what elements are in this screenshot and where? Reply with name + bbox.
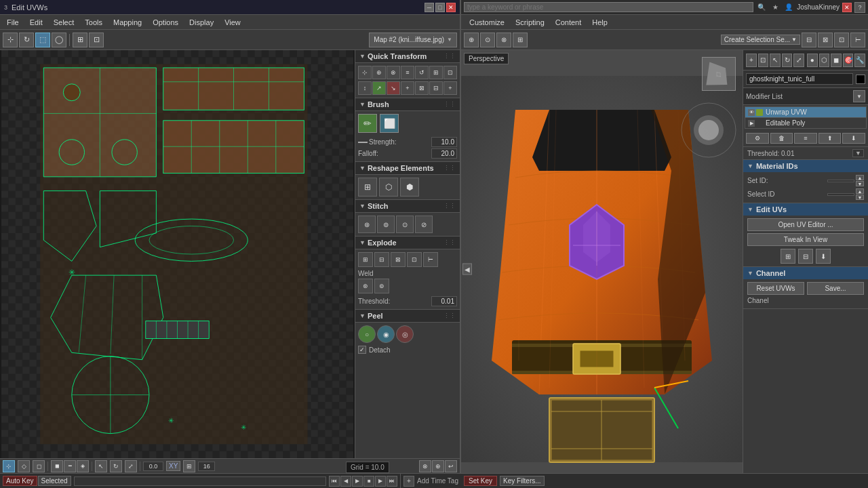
global-tool-3[interactable]: ⊗ [496,33,511,47]
close-x-icon[interactable]: ✕ [842,3,852,12]
modifier-unwrap-uvw[interactable]: 👁 Unwrap UVW [745,107,866,118]
menu-options[interactable]: Options [147,17,184,28]
uv-mode-btn-3[interactable]: ◻ [33,460,45,472]
peel-btn-1[interactable]: ○ [358,325,376,343]
qt-btn-12[interactable]: ⊠ [415,81,429,95]
stitch-btn-4[interactable]: ⊘ [415,216,433,233]
uv-extra-2[interactable]: ⊕ [432,460,444,472]
brush-header[interactable]: ▼ Brush ⋮⋮ [355,98,460,111]
qt-btn-8[interactable]: ↕ [358,81,372,95]
search-icon[interactable]: 🔍 [756,2,767,13]
weld-btn-1[interactable]: ⊛ [358,279,373,293]
explode-btn-4[interactable]: ⊡ [407,252,422,267]
channel-header[interactable]: ▼ Channel [743,267,868,279]
expand-left-btn[interactable]: ◀ [462,264,472,275]
star-icon[interactable]: ★ [770,2,781,13]
modifier-move-down-btn[interactable]: ⬇ [842,133,865,144]
next-key-btn[interactable]: ▶ [375,476,386,487]
rotate-tool-btn[interactable]: ↻ [110,460,122,472]
explode-btn-2[interactable]: ⊟ [374,252,389,267]
menu-view[interactable]: View [219,17,246,28]
qt-btn-2[interactable]: ⊕ [372,66,386,79]
modifier-config-btn[interactable]: ≡ [794,133,817,144]
modifier-eye-icon[interactable]: 👁 [748,109,755,116]
uv-sel-2[interactable]: ━ [64,460,76,472]
uv-sel-3[interactable]: ◈ [77,460,89,472]
brush-tool-1[interactable]: ✏ [358,114,377,133]
global-menu-scripting[interactable]: Scripting [510,17,550,28]
global-tool-1[interactable]: ⊕ [464,33,479,47]
move-mode-btn[interactable]: ↖ [770,54,781,67]
stitch-btn-3[interactable]: ⊙ [396,216,414,233]
viewport-layout-3[interactable]: ⊡ [834,33,849,47]
render-btn[interactable]: 🎯 [843,54,854,67]
select-id-spinner[interactable]: ▲ ▼ [856,188,864,200]
threshold-value[interactable]: 0.01 [431,296,457,306]
play-btn[interactable]: ▶ [352,476,363,487]
scale-mode-btn[interactable]: ⤢ [793,54,804,67]
qt-btn-14[interactable]: + [443,81,457,95]
explode-header[interactable]: ▼ Explode ⋮⋮ [355,236,460,249]
qt-btn-5[interactable]: ↺ [415,66,429,79]
viewport-layout-4[interactable]: ⊢ [850,33,865,47]
prev-key-btn[interactable]: ◀ [340,476,351,487]
uv-mode-btn-1[interactable]: ⊹ [3,460,15,472]
edit-uv-icon-1[interactable]: ⊞ [781,249,795,264]
detach-checkbox[interactable]: ✓ [358,346,366,354]
modifier-move-up-btn[interactable]: ⬆ [818,133,842,144]
modifier-active-icon[interactable] [756,109,763,116]
reshape-header[interactable]: ▼ Reshape Elements ⋮⋮ [355,161,460,175]
edit-uv-icon-3[interactable]: ⬇ [816,249,831,264]
material-ids-header[interactable]: ▼ Material IDs [743,160,868,172]
global-menu-content[interactable]: Content [550,17,587,28]
global-menu-help[interactable]: Help [587,17,613,28]
explode-btn-1[interactable]: ⊞ [358,252,373,267]
qt-btn-3[interactable]: ⊗ [387,66,400,79]
qt-btn-11[interactable]: + [401,81,414,95]
qt-btn-4[interactable]: ≡ [401,66,414,79]
sphere-display-btn[interactable]: ● [807,54,818,67]
brush-strength-value[interactable]: 10.0 [431,137,457,147]
modifier-editable-poly[interactable]: ▶ Editable Poly [745,118,866,128]
explode-btn-3[interactable]: ⊠ [391,252,406,267]
map-selector[interactable]: Map #2 (kni...iffuse.jpg) ▼ [369,33,457,47]
save-btn[interactable]: Save... [807,282,864,295]
rotate-mode-btn[interactable]: ↻ [782,54,793,67]
close-btn[interactable]: ✕ [446,3,456,12]
select-id-input[interactable] [827,193,854,196]
global-tool-4[interactable]: ⊞ [513,33,528,47]
help-icon[interactable]: ? [854,2,865,13]
prev-frame-btn[interactable]: ⏮ [329,476,340,487]
tool-mode-btn[interactable]: ⊹ [3,33,18,47]
wrench-btn[interactable]: 🔧 [854,54,865,67]
peel-btn-2[interactable]: ◉ [377,325,395,343]
uv-axis-select[interactable]: XY [166,461,180,471]
next-frame-btn[interactable]: ⏭ [387,476,397,487]
qt-btn-6[interactable]: ⊞ [429,66,443,79]
menu-tools[interactable]: Tools [79,17,108,28]
minimize-btn[interactable]: ─ [425,3,434,12]
menu-select[interactable]: Select [48,17,80,28]
selected-btn[interactable]: Selected [38,476,71,486]
modifier-delete-btn[interactable]: 🗑 [770,133,793,144]
auto-key-btn[interactable]: Auto Key [3,476,37,486]
uv-grid-val[interactable]: 16 [198,462,215,471]
select-mode-btn[interactable]: ⊡ [758,54,769,67]
reshape-btn-1[interactable]: ⊞ [358,178,377,197]
select-rect-btn[interactable]: ⬚ [35,33,50,47]
set-id-input[interactable] [827,180,854,182]
stop-btn[interactable]: ■ [363,476,374,487]
selection-set-selector[interactable]: Create Selection Se... ▼ [721,35,800,45]
weld-btn-2[interactable]: ⊚ [374,279,389,293]
set-key-btn[interactable]: Set Key [464,476,497,486]
nav-cube[interactable]: ⬚ [702,57,736,91]
qt-btn-9[interactable]: ↗ [372,81,386,95]
menu-file[interactable]: File [1,17,24,28]
modifier-poly-expand-icon[interactable]: ▶ [748,120,755,127]
uv-extra-1[interactable]: ⊗ [419,460,431,472]
user-icon[interactable]: 👤 [783,2,794,13]
wireframe-btn[interactable]: ⬡ [819,54,830,67]
object-name-input[interactable] [746,73,853,85]
qt-btn-13[interactable]: ⊟ [429,81,443,95]
stitch-btn-1[interactable]: ⊛ [358,216,376,233]
